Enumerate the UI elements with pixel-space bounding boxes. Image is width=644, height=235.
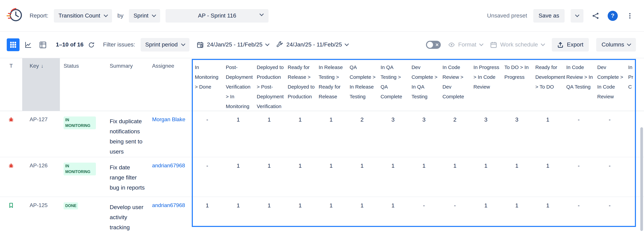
transition-column-header-clipped[interactable]: In Pr C — [625, 58, 636, 111]
bug-icon — [8, 116, 14, 123]
chevron-down-icon — [260, 12, 264, 16]
issue-type-cell — [0, 157, 22, 169]
assignee-link[interactable]: Morgan Blake — [150, 111, 192, 123]
group-by-dropdown[interactable]: Sprint — [129, 9, 160, 22]
calendar-icon — [490, 41, 497, 48]
transition-column-header[interactable]: Dev Complete > In Code Review — [594, 58, 625, 111]
report-type-dropdown[interactable]: Transition Count — [54, 9, 112, 22]
period-dropdown[interactable]: Sprint period — [140, 38, 190, 52]
issue-type-cell — [0, 197, 22, 208]
work-dates-dropdown[interactable]: 24/Jan/25 - 11/Feb/25 — [276, 41, 348, 48]
question-mark-icon: ? — [611, 12, 614, 19]
issue-summary: Fix duplicate notifications being sent t… — [110, 111, 150, 157]
column-header-key[interactable]: Key ↓ — [22, 58, 60, 111]
more-menu-button[interactable] — [624, 10, 636, 22]
share-button[interactable] — [590, 10, 602, 22]
transition-values-row: -11111111111-- — [192, 157, 636, 169]
app-logo-icon — [6, 6, 24, 26]
transition-column-header[interactable]: Dev Complete > In QA Testing — [408, 58, 440, 111]
transition-count-cell: 2 — [440, 111, 470, 123]
work-schedule-label: Work schedule — [500, 41, 538, 48]
transition-count-cell: 1 — [346, 197, 378, 209]
save-as-label: Save as — [538, 12, 559, 19]
transition-column-header[interactable]: Ready for Release > Deployed to Producti… — [285, 58, 316, 111]
transition-count-cell: - — [563, 197, 594, 209]
preset-status-text: Unsaved preset — [487, 12, 527, 19]
chevron-down-icon — [104, 13, 108, 17]
transition-column-header[interactable]: Deployed to Production > Post-Deployment… — [254, 58, 285, 111]
transition-count-cell: 1 — [285, 157, 316, 169]
issue-key[interactable]: AP-125 — [22, 197, 60, 208]
save-as-button[interactable]: Save as — [533, 9, 564, 22]
transition-count-cell: - — [192, 157, 223, 169]
save-as-menu-button[interactable] — [571, 9, 584, 22]
export-label: Export — [567, 41, 584, 48]
table-row: AP-126IN MONITORINGFix date range filter… — [0, 157, 644, 197]
refresh-button[interactable] — [87, 40, 96, 49]
help-button[interactable]: ? — [608, 11, 618, 21]
transition-count-cell: 1 — [532, 157, 563, 169]
wrench-icon — [276, 41, 283, 48]
app-root: Report: Transition Count by Sprint AP - … — [0, 0, 644, 235]
transition-count-cell: 1 — [223, 111, 254, 123]
chevron-down-icon — [575, 13, 579, 17]
transition-count-cell: 1 — [470, 157, 501, 169]
transition-column-header[interactable]: To DO > In Progress — [501, 58, 532, 111]
transition-column-header[interactable]: In QA Testing > QA Complete — [378, 58, 408, 111]
format-dropdown[interactable]: Format — [448, 41, 483, 48]
transition-column-header[interactable]: In Release Testing > Ready for Release — [316, 58, 346, 111]
transition-values-row: -11112332331-- — [192, 111, 636, 123]
transition-count-cell: 1 — [316, 111, 346, 123]
table-row: AP-125DONEDevelop user activity tracking… — [0, 197, 644, 235]
transition-count-cell: - — [563, 111, 594, 123]
chart-view-button[interactable] — [22, 38, 34, 51]
sprint-select-dropdown[interactable]: AP - Sprint 116 — [166, 9, 269, 22]
transition-count-cell: 1 — [223, 197, 254, 209]
table-header: T Key ↓ Status Summary Assignee In Monit… — [0, 58, 644, 111]
transition-column-header[interactable]: In Code Review > Dev Complete — [440, 58, 470, 111]
transition-count-cell: - — [408, 197, 440, 209]
color-toggle[interactable] — [426, 41, 441, 49]
transition-column-header[interactable]: In Progress > In Code Review — [470, 58, 501, 111]
issue-key[interactable]: AP-127 — [22, 111, 60, 123]
transition-count-cell: 3 — [470, 111, 501, 123]
transition-count-cell: - — [594, 157, 625, 169]
work-schedule-dropdown[interactable]: Work schedule — [490, 41, 544, 48]
column-header-assignee[interactable]: Assignee — [150, 58, 192, 111]
transition-column-header[interactable]: Ready for Development > To DO — [532, 58, 563, 111]
vertical-scrollbar[interactable] — [640, 127, 643, 231]
sprint-dates-dropdown[interactable]: 24/Jan/25 - 11/Feb/25 — [197, 41, 269, 48]
transition-column-header[interactable]: In Code Review > In QA Testing — [563, 58, 594, 111]
assignee-link[interactable]: andrian67968 — [150, 157, 192, 169]
report-type-value: Transition Count — [58, 12, 100, 19]
transition-column-header[interactable]: QA Complete > In Release Testing — [346, 58, 378, 111]
refresh-icon — [88, 42, 94, 48]
transition-column-header[interactable]: In Monitoring > Done — [192, 58, 223, 111]
chevron-down-icon — [181, 42, 185, 46]
top-bar: Report: Transition Count by Sprint AP - … — [0, 0, 644, 32]
transition-count-cell: 1 — [285, 197, 316, 209]
table-row: AP-127IN MONITORINGFix duplicate notific… — [0, 111, 644, 157]
columns-button[interactable]: Columns — [596, 38, 636, 52]
filter-issues-label: Filter issues: — [103, 41, 135, 48]
chevron-down-icon — [479, 42, 483, 46]
issue-key[interactable]: AP-126 — [22, 157, 60, 169]
sprint-value: AP - Sprint 116 — [198, 12, 236, 19]
column-header-summary[interactable]: Summary — [110, 58, 150, 111]
transition-count-cell: 1 — [254, 157, 285, 169]
table-view-button[interactable] — [7, 38, 20, 51]
assignee-link[interactable]: andrian67968 — [150, 197, 192, 208]
pivot-view-button[interactable] — [36, 38, 49, 51]
column-header-type[interactable]: T — [0, 58, 22, 111]
column-header-status[interactable]: Status — [60, 58, 110, 111]
export-button[interactable]: Export — [552, 38, 589, 52]
table-body: AP-127IN MONITORINGFix duplicate notific… — [0, 111, 644, 235]
by-label: by — [118, 12, 124, 19]
transition-count-cell: 1 — [378, 197, 408, 209]
eye-icon — [448, 41, 455, 48]
issue-type-cell — [0, 111, 22, 123]
transition-count-cell: 1 — [285, 111, 316, 123]
transition-column-header[interactable]: Post-Deployment Verification > In Monito… — [223, 58, 254, 111]
kebab-menu-icon — [626, 12, 633, 19]
chevron-down-icon — [265, 42, 270, 46]
